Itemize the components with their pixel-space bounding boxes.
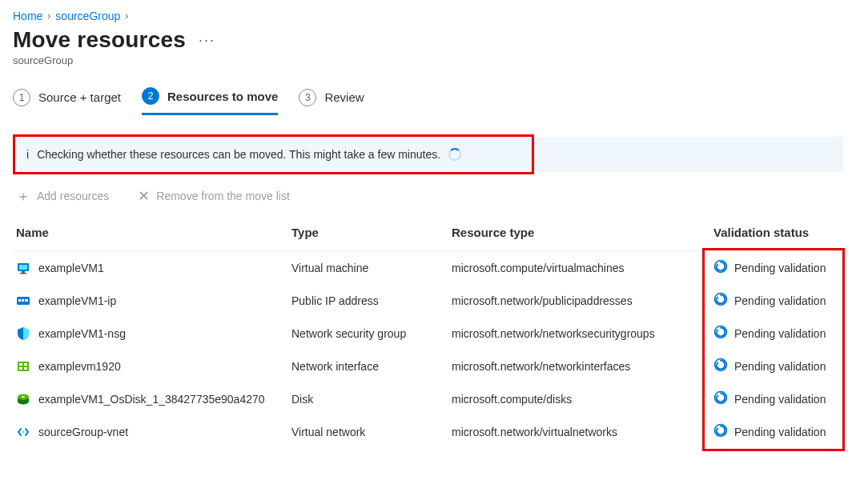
add-label: Add resources	[37, 190, 109, 202]
resource-type-friendly: Network security group	[285, 317, 445, 350]
col-validation-status[interactable]: Validation status	[707, 219, 843, 251]
pending-validation-icon	[713, 292, 728, 309]
pending-validation-icon	[713, 325, 728, 342]
col-name[interactable]: Name	[13, 219, 285, 251]
resource-type-friendly: Virtual network	[285, 415, 445, 448]
resource-name: exampleVM1-ip	[38, 294, 116, 307]
table-row[interactable]: examplevm1920Network interfacemicrosoft.…	[13, 350, 843, 382]
validation-status: Pending validation	[734, 262, 826, 274]
pending-validation-icon	[713, 259, 728, 276]
resource-name: sourceGroup-vnet	[38, 426, 128, 438]
info-icon: i	[26, 148, 29, 161]
pending-validation-icon	[713, 390, 728, 407]
resource-type-friendly: Network interface	[285, 350, 445, 382]
validation-status: Pending validation	[734, 426, 826, 438]
resource-type-friendly: Public IP address	[285, 284, 445, 317]
step-resources-to-move[interactable]: 2 Resources to move	[142, 82, 278, 115]
step-review[interactable]: 3 Review	[299, 84, 364, 114]
resource-type-id: microsoft.network/networkinterfaces	[445, 350, 707, 382]
resource-type-friendly: Disk	[285, 382, 445, 415]
resource-name: exampleVM1	[38, 262, 104, 274]
table-row[interactable]: sourceGroup-vnetVirtual networkmicrosoft…	[13, 415, 843, 448]
highlight-box: i Checking whether these resources can b…	[13, 134, 534, 174]
ip-icon	[16, 294, 30, 308]
validation-status: Pending validation	[734, 360, 826, 373]
breadcrumb-group[interactable]: sourceGroup	[55, 10, 120, 22]
table-row[interactable]: exampleVM1-nsgNetwork security groupmicr…	[13, 317, 843, 350]
page-title: Move resources	[13, 27, 186, 53]
validation-status: Pending validation	[734, 393, 826, 406]
plus-icon: ＋	[16, 189, 30, 203]
banner-message: Checking whether these resources can be …	[37, 148, 440, 161]
chevron-right-icon: ›	[47, 10, 50, 22]
breadcrumb-home[interactable]: Home	[13, 10, 42, 22]
step-number: 1	[13, 89, 30, 106]
resource-type-friendly: Virtual machine	[285, 251, 445, 285]
col-resource-type[interactable]: Resource type	[445, 219, 707, 251]
vm-icon	[16, 261, 30, 275]
resource-type-id: microsoft.network/networksecuritygroups	[445, 317, 707, 350]
resource-type-id: microsoft.compute/virtualmachines	[445, 251, 707, 285]
col-type[interactable]: Type	[285, 219, 445, 251]
spinner-icon	[448, 148, 461, 161]
close-icon: ✕	[138, 189, 150, 203]
resource-type-id: microsoft.network/virtualnetworks	[445, 415, 707, 448]
table-row[interactable]: exampleVM1Virtual machinemicrosoft.compu…	[13, 251, 843, 285]
validation-status: Pending validation	[734, 327, 826, 340]
breadcrumb: Home › sourceGroup ›	[13, 10, 843, 22]
resource-name: examplevm1920	[38, 360, 121, 373]
step-number: 2	[142, 87, 159, 105]
toolbar: ＋ Add resources ✕ Remove from the move l…	[16, 189, 843, 203]
step-label: Source + target	[38, 90, 121, 104]
nic-icon	[16, 359, 30, 374]
nsg-icon	[16, 326, 30, 341]
resource-name: exampleVM1_OsDisk_1_38427735e90a4270	[38, 393, 265, 406]
pending-validation-icon	[713, 358, 728, 374]
disk-icon	[16, 392, 30, 406]
page-subtitle: sourceGroup	[13, 54, 843, 66]
wizard-stepper: 1 Source + target 2 Resources to move 3 …	[13, 82, 843, 115]
resources-table: Name Type Resource type Validation statu…	[13, 219, 843, 448]
remove-label: Remove from the move list	[156, 190, 290, 202]
step-label: Review	[324, 90, 364, 104]
table-row[interactable]: exampleVM1_OsDisk_1_38427735e90a4270Disk…	[13, 382, 843, 415]
resource-name: exampleVM1-nsg	[38, 327, 126, 340]
resource-type-id: microsoft.compute/disks	[445, 382, 707, 415]
remove-from-list-button[interactable]: ✕ Remove from the move list	[138, 189, 290, 203]
step-number: 3	[299, 89, 316, 106]
resource-type-id: microsoft.network/publicipaddresses	[445, 284, 707, 317]
validation-status: Pending validation	[734, 294, 826, 307]
more-actions-icon[interactable]: ···	[195, 32, 219, 49]
vnet-icon	[16, 425, 30, 439]
validation-banner: i Checking whether these resources can b…	[13, 134, 843, 174]
step-label: Resources to move	[167, 90, 278, 103]
add-resources-button[interactable]: ＋ Add resources	[16, 189, 109, 203]
table-row[interactable]: exampleVM1-ipPublic IP addressmicrosoft.…	[13, 284, 843, 317]
step-source-target[interactable]: 1 Source + target	[13, 84, 121, 114]
pending-validation-icon	[713, 423, 728, 440]
chevron-right-icon: ›	[125, 10, 128, 22]
